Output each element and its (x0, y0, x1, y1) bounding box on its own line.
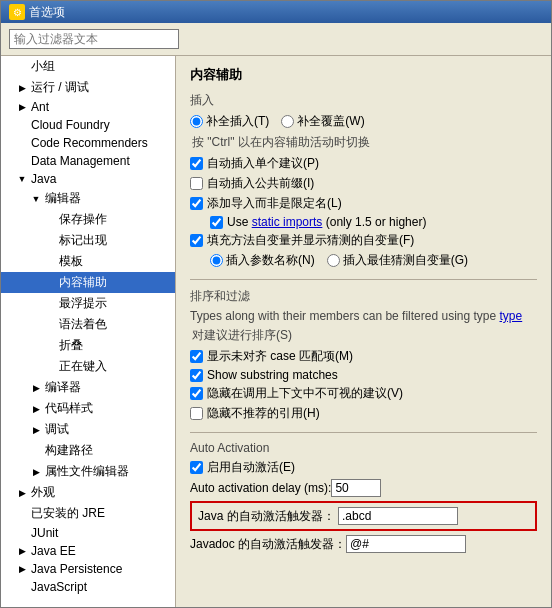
sidebar-item-compiler[interactable]: ▶ 编译器 (1, 377, 175, 398)
cb-static-imports-label: Use static imports (only 1.5 or higher) (227, 215, 426, 229)
sidebar-item-label: Java Persistence (29, 562, 122, 576)
cb-show-unmatched-label: 显示未对齐 case 匹配项(M) (207, 348, 353, 365)
cb-show-unmatched-input[interactable] (190, 350, 203, 363)
sidebar-item-javascript[interactable]: JavaScript (1, 578, 175, 596)
cb-fill-method[interactable]: 填充方法自变量并显示猜测的自变量(F) (190, 232, 537, 249)
sidebar-item-data-management[interactable]: Data Management (1, 152, 175, 170)
cb-add-imports-input[interactable] (190, 197, 203, 210)
sidebar-item-java-ee[interactable]: ▶ Java EE (1, 542, 175, 560)
toggle-prop-file-editor: ▶ (29, 465, 43, 479)
sidebar-item-label: Java (29, 172, 56, 186)
toggle-java-ee: ▶ (15, 544, 29, 558)
cb-hide-debug-label: 隐藏在调用上下文中不可视的建议(V) (207, 385, 403, 402)
auto-delay-input[interactable] (331, 479, 381, 497)
sidebar-item-appearance[interactable]: ▶ 外观 (1, 482, 175, 503)
sort-label: 对建议进行排序(S) (190, 327, 537, 344)
sidebar-item-label: 标记出现 (57, 232, 107, 249)
content-area: 小组 ▶ 运行 / 调试 ▶ Ant (1, 23, 551, 607)
sidebar-item-save-actions[interactable]: 保存操作 (1, 209, 175, 230)
type-filter-link[interactable]: type (500, 309, 523, 323)
cb-static-imports[interactable]: Use static imports (only 1.5 or higher) (190, 215, 537, 229)
sidebar-item-label: 保存操作 (57, 211, 107, 228)
sidebar-item-label: 正在键入 (57, 358, 107, 375)
cb-enable-auto[interactable]: 启用自动激活(E) (190, 459, 537, 476)
cb-fill-method-input[interactable] (190, 234, 203, 247)
toggle-compiler: ▶ (29, 381, 43, 395)
sort-filter-section: 排序和过滤 Types along with their members can… (190, 288, 537, 422)
cb-static-imports-input[interactable] (210, 216, 223, 229)
sidebar-item-group[interactable]: 小组 (1, 56, 175, 77)
filter-input[interactable] (9, 29, 179, 49)
radio-complete-overwrite[interactable]: 补全覆盖(W) (281, 113, 364, 130)
sidebar-item-installed-jre[interactable]: 已安装的 JRE (1, 503, 175, 524)
toggle-java-persistence: ▶ (15, 562, 29, 576)
toggle-javascript (15, 580, 29, 594)
toggle-data-management (15, 154, 29, 168)
cb-auto-insert-common[interactable]: 自动插入公共前缀(I) (190, 175, 537, 192)
sidebar-item-label: JavaScript (29, 580, 87, 594)
radio-overwrite-input[interactable] (281, 115, 294, 128)
sidebar-item-label: Data Management (29, 154, 130, 168)
radio-complete-input[interactable] (190, 115, 203, 128)
javadoc-trigger-row: Javadoc 的自动激活触发器： (190, 535, 537, 553)
cb-show-substring[interactable]: Show substring matches (190, 368, 537, 382)
sidebar-item-label: 编辑器 (43, 190, 81, 207)
radio-best-guess[interactable]: 插入最佳猜测自变量(G) (327, 252, 468, 269)
cb-auto-insert[interactable]: 自动插入单个建议(P) (190, 155, 537, 172)
toggle-java: ▼ (15, 172, 29, 186)
sidebar-item-debug[interactable]: ▶ 调试 (1, 419, 175, 440)
sidebar-item-java[interactable]: ▼ Java (1, 170, 175, 188)
sidebar-item-template[interactable]: 模板 (1, 251, 175, 272)
sidebar-item-java-persistence[interactable]: ▶ Java Persistence (1, 560, 175, 578)
cb-hide-debug[interactable]: 隐藏在调用上下文中不可视的建议(V) (190, 385, 537, 402)
sidebar-item-junit[interactable]: JUnit (1, 524, 175, 542)
cb-auto-insert-input[interactable] (190, 157, 203, 170)
cb-hide-debug-input[interactable] (190, 387, 203, 400)
javadoc-trigger-input[interactable] (346, 535, 466, 553)
radio-param-name[interactable]: 插入参数名称(N) (210, 252, 315, 269)
static-imports-link[interactable]: static imports (252, 215, 323, 229)
sidebar-item-code-recommenders[interactable]: Code Recommenders (1, 134, 175, 152)
cb-hide-unrecommended[interactable]: 隐藏不推荐的引用(H) (190, 405, 537, 422)
radio-complete-label: 补全插入(T) (206, 113, 269, 130)
sidebar-item-code-style[interactable]: ▶ 代码样式 (1, 398, 175, 419)
radio-param-label: 插入参数名称(N) (226, 252, 315, 269)
sidebar-item-hover[interactable]: 最浮提示 (1, 293, 175, 314)
panel-title: 内容辅助 (190, 66, 537, 84)
filter-bar (1, 23, 551, 56)
sidebar-item-type-input[interactable]: 正在键入 (1, 356, 175, 377)
sidebar-item-build-path[interactable]: 构建路径 (1, 440, 175, 461)
cb-show-substring-input[interactable] (190, 369, 203, 382)
sidebar-item-mark-appear[interactable]: 标记出现 (1, 230, 175, 251)
cb-hide-unrecommended-input[interactable] (190, 407, 203, 420)
cb-auto-insert-common-input[interactable] (190, 177, 203, 190)
radio-param-input[interactable] (210, 254, 223, 267)
toggle-cloud-foundry (15, 118, 29, 132)
param-radio-group: 插入参数名称(N) 插入最佳猜测自变量(G) (190, 252, 537, 269)
sidebar-item-ant[interactable]: ▶ Ant (1, 98, 175, 116)
sidebar-item-fold[interactable]: 折叠 (1, 335, 175, 356)
sidebar-item-content-assist[interactable]: 内容辅助 (1, 272, 175, 293)
cb-add-imports[interactable]: 添加导入而非是限定名(L) (190, 195, 537, 212)
radio-best-guess-input[interactable] (327, 254, 340, 267)
cb-show-substring-label: Show substring matches (207, 368, 338, 382)
sidebar-item-label: JUnit (29, 526, 58, 540)
sidebar-item-label: 小组 (29, 58, 55, 75)
sidebar-item-syntax-color[interactable]: 语法着色 (1, 314, 175, 335)
java-trigger-input[interactable] (338, 507, 458, 525)
sidebar-item-editor[interactable]: ▼ 编辑器 (1, 188, 175, 209)
sidebar-item-run-debug[interactable]: ▶ 运行 / 调试 (1, 77, 175, 98)
sidebar-item-label: 构建路径 (43, 442, 93, 459)
sidebar-item-label: 调试 (43, 421, 69, 438)
sidebar-item-label: 编译器 (43, 379, 81, 396)
sidebar-item-cloud-foundry[interactable]: Cloud Foundry (1, 116, 175, 134)
cb-show-unmatched[interactable]: 显示未对齐 case 匹配项(M) (190, 348, 537, 365)
cb-auto-insert-common-label: 自动插入公共前缀(I) (207, 175, 314, 192)
radio-complete-insert[interactable]: 补全插入(T) (190, 113, 269, 130)
divider-1 (190, 279, 537, 280)
toggle-build-path (29, 444, 43, 458)
sidebar-item-prop-file-editor[interactable]: ▶ 属性文件编辑器 (1, 461, 175, 482)
javadoc-trigger-label: Javadoc 的自动激活触发器： (190, 536, 346, 553)
cb-hide-unrecommended-label: 隐藏不推荐的引用(H) (207, 405, 320, 422)
cb-enable-auto-input[interactable] (190, 461, 203, 474)
